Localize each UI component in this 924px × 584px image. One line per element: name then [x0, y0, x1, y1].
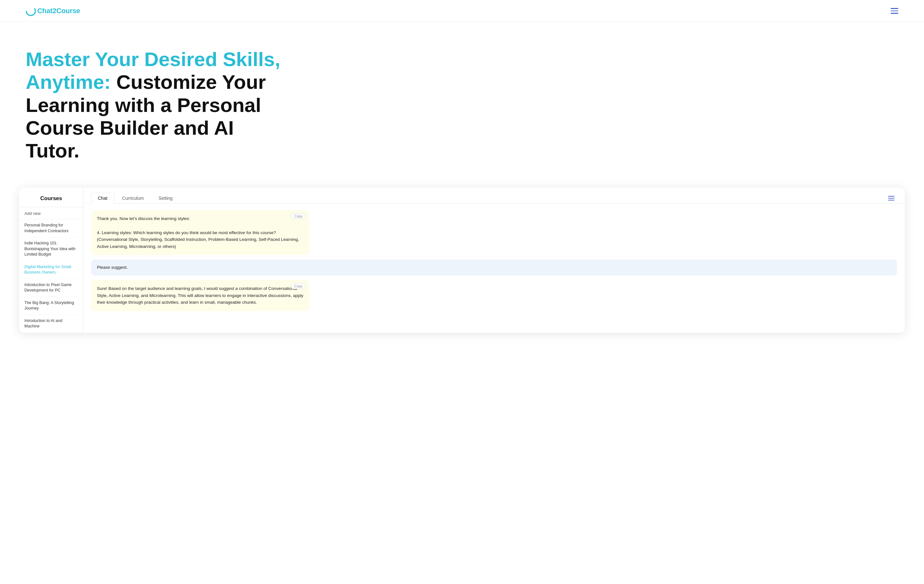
- logo[interactable]: Chat2Course: [26, 6, 80, 16]
- ai-message-1-text2: 4. Learning styles: Which learning style…: [97, 229, 304, 250]
- copy-button-1[interactable]: Copy: [291, 213, 305, 219]
- hero-section: Master Your Desired Skills, Anytime: Cus…: [0, 22, 314, 181]
- sidebar-item-0[interactable]: Personal Branding for Independent Contra…: [19, 219, 83, 237]
- tab-curriculum[interactable]: Curriculum: [116, 193, 151, 203]
- logo-icon: [26, 6, 36, 16]
- sidebar: Courses Add new Personal Branding for In…: [19, 188, 83, 333]
- ai-message-1-text1: Thank you. Now let’s discuss the learnin…: [97, 215, 304, 222]
- user-message-1-text: Please suggest.: [97, 265, 128, 270]
- sidebar-item-5[interactable]: Introduction to AI and Machine: [19, 315, 83, 333]
- sidebar-item-1[interactable]: Indie Hacking 101: Bootstrapping Your Id…: [19, 237, 83, 261]
- tabs-menu-icon[interactable]: [886, 195, 897, 202]
- sidebar-item-3[interactable]: Introduction to Pixel Game Development f…: [19, 279, 83, 297]
- svg-point-0: [26, 7, 35, 15]
- sidebar-title: Courses: [19, 195, 83, 207]
- copy-button-2[interactable]: Copy: [291, 283, 305, 289]
- chat-area: Copy Thank you. Now let’s discuss the le…: [83, 204, 905, 333]
- ai-message-1: Copy Thank you. Now let’s discuss the le…: [91, 210, 309, 255]
- hamburger-menu[interactable]: [891, 8, 898, 14]
- sidebar-item-2[interactable]: Digital Marketing for Small Business Own…: [19, 261, 83, 279]
- ai-message-2-text1: Sure! Based on the target audience and l…: [97, 285, 304, 306]
- add-new-button[interactable]: Add new: [19, 207, 83, 219]
- main-content: Chat Curriculum Setting Copy Thank you. …: [83, 188, 905, 333]
- app-container: Courses Add new Personal Branding for In…: [19, 188, 905, 333]
- user-message-1: Please suggest.: [91, 260, 897, 275]
- tab-chat[interactable]: Chat: [91, 193, 114, 204]
- tab-setting[interactable]: Setting: [152, 193, 179, 203]
- tabs-bar: Chat Curriculum Setting: [83, 188, 905, 204]
- logo-text: Chat2Course: [37, 7, 80, 15]
- sidebar-item-4[interactable]: The Big Bang: A Storytelling Journey: [19, 297, 83, 315]
- hero-title: Master Your Desired Skills, Anytime: Cus…: [26, 48, 289, 162]
- ai-message-2: Copy Sure! Based on the target audience …: [91, 280, 309, 311]
